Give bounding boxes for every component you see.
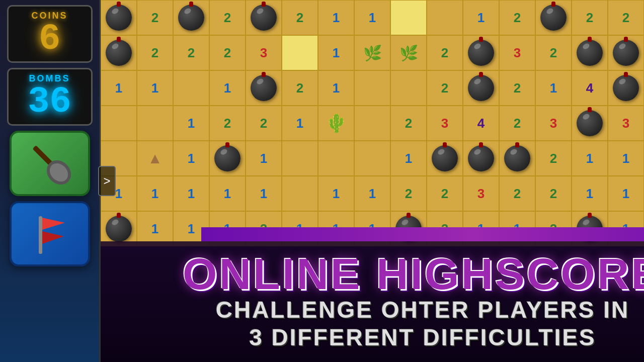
cell-4-12[interactable]: 2: [535, 141, 572, 176]
highscore-subtitle: CHALLENGE OHTER PLAYERS IN 3 DIFFERENT D…: [216, 296, 630, 351]
cell-5-8[interactable]: 2: [390, 176, 427, 211]
purple-bar: [201, 227, 644, 241]
cell-3-10[interactable]: 4: [463, 106, 499, 141]
cell-1-1[interactable]: 2: [137, 35, 173, 70]
cell-0-13[interactable]: 2: [572, 0, 608, 35]
cell-4-11[interactable]: [499, 141, 535, 176]
cell-2-4[interactable]: [246, 70, 282, 106]
cell-5-7[interactable]: 1: [354, 176, 390, 211]
cell-1-6[interactable]: 1: [318, 35, 354, 70]
cell-4-2[interactable]: 1: [173, 141, 209, 176]
cell-1-8[interactable]: 🌿: [390, 35, 427, 70]
cell-2-6[interactable]: 1: [318, 70, 354, 106]
cell-2-9[interactable]: 2: [427, 70, 463, 106]
cell-4-7[interactable]: [354, 141, 390, 176]
cell-3-9[interactable]: 3: [427, 106, 463, 141]
cell-0-8[interactable]: [390, 0, 427, 35]
cell-0-2[interactable]: [173, 0, 209, 35]
bombs-value: 36: [28, 84, 71, 120]
cell-2-7[interactable]: [354, 70, 390, 106]
shovel-button[interactable]: [10, 131, 90, 196]
cell-0-0[interactable]: [101, 0, 137, 35]
cell-0-4[interactable]: [246, 0, 282, 35]
cell-3-11[interactable]: 2: [499, 106, 535, 141]
cell-0-5[interactable]: 2: [282, 0, 318, 35]
cell-4-10[interactable]: [463, 141, 499, 176]
cell-0-11[interactable]: 2: [499, 0, 535, 35]
cell-0-3[interactable]: 2: [209, 0, 246, 35]
cell-4-9[interactable]: [427, 141, 463, 176]
cell-1-5[interactable]: [282, 35, 318, 70]
cell-3-2[interactable]: 1: [173, 106, 209, 141]
cell-0-9[interactable]: [427, 0, 463, 35]
cell-0-1[interactable]: 2: [137, 0, 173, 35]
cell-4-14[interactable]: 1: [608, 141, 644, 176]
cell-4-8[interactable]: 1: [390, 141, 427, 176]
grid-container: 2 2 2 1 1 1 2 2 2 2 2 2 3 1 🌿 🌿 2: [101, 0, 644, 246]
cell-1-3[interactable]: 2: [209, 35, 246, 70]
arrow-icon: >: [103, 174, 110, 188]
coins-value: 6: [39, 21, 60, 57]
cell-2-12[interactable]: 1: [535, 70, 572, 106]
cell-3-0[interactable]: [101, 106, 137, 141]
cell-5-4[interactable]: 1: [246, 176, 282, 211]
cell-2-2[interactable]: [173, 70, 209, 106]
cell-4-1[interactable]: ▲: [137, 141, 173, 176]
expand-arrow-button[interactable]: >: [98, 166, 116, 196]
cell-1-9[interactable]: 2: [427, 35, 463, 70]
cell-4-4[interactable]: 1: [246, 141, 282, 176]
cell-2-0[interactable]: 1: [101, 70, 137, 106]
cell-1-13[interactable]: [572, 35, 608, 70]
cell-2-13[interactable]: 4: [572, 70, 608, 106]
cell-5-11[interactable]: 2: [499, 176, 535, 211]
cell-5-10[interactable]: 3: [463, 176, 499, 211]
cell-1-4[interactable]: 3: [246, 35, 282, 70]
cell-1-12[interactable]: 2: [535, 35, 572, 70]
cell-3-4[interactable]: 2: [246, 106, 282, 141]
cell-0-12[interactable]: [535, 0, 572, 35]
cell-0-14[interactable]: 2: [608, 0, 644, 35]
cell-3-7[interactable]: [354, 106, 390, 141]
cell-4-6[interactable]: [318, 141, 354, 176]
cell-1-11[interactable]: 3: [499, 35, 535, 70]
cell-2-10[interactable]: [463, 70, 499, 106]
cell-2-3[interactable]: 1: [209, 70, 246, 106]
flag-icon: [25, 209, 75, 259]
cell-1-14[interactable]: [608, 35, 644, 70]
cell-1-10[interactable]: [463, 35, 499, 70]
cell-2-1[interactable]: 1: [137, 70, 173, 106]
cell-5-3[interactable]: 1: [209, 176, 246, 211]
cell-4-3[interactable]: [209, 141, 246, 176]
cell-2-8[interactable]: [390, 70, 427, 106]
cell-3-12[interactable]: 3: [535, 106, 572, 141]
cell-3-5[interactable]: 1: [282, 106, 318, 141]
cell-3-14[interactable]: 3: [608, 106, 644, 141]
cell-0-10[interactable]: 1: [463, 0, 499, 35]
cell-4-5[interactable]: [282, 141, 318, 176]
cell-3-3[interactable]: 2: [209, 106, 246, 141]
cell-5-13[interactable]: 1: [572, 176, 608, 211]
cell-3-13[interactable]: [572, 106, 608, 141]
cell-2-11[interactable]: 2: [499, 70, 535, 106]
cell-1-7[interactable]: 🌿: [354, 35, 390, 70]
svg-marker-5: [42, 231, 64, 244]
cell-5-9[interactable]: 2: [427, 176, 463, 211]
cell-4-13[interactable]: 1: [572, 141, 608, 176]
cell-5-6[interactable]: 1: [318, 176, 354, 211]
cell-5-12[interactable]: 2: [535, 176, 572, 211]
cell-0-6[interactable]: 1: [318, 0, 354, 35]
cell-5-5[interactable]: [282, 176, 318, 211]
flag-button[interactable]: [10, 201, 90, 266]
cell-1-0[interactable]: [101, 35, 137, 70]
cell-2-14[interactable]: [608, 70, 644, 106]
cell-1-2[interactable]: 2: [173, 35, 209, 70]
cell-3-8[interactable]: 2: [390, 106, 427, 141]
cell-5-1[interactable]: 1: [137, 176, 173, 211]
cell-0-7[interactable]: 1: [354, 0, 390, 35]
cell-5-2[interactable]: 1: [173, 176, 209, 211]
cell-5-14[interactable]: 1: [608, 176, 644, 211]
cell-3-1[interactable]: [137, 106, 173, 141]
cell-2-5[interactable]: 2: [282, 70, 318, 106]
cell-3-6[interactable]: 🌵: [318, 106, 354, 141]
bombs-display: BOMBS 36: [7, 68, 93, 126]
